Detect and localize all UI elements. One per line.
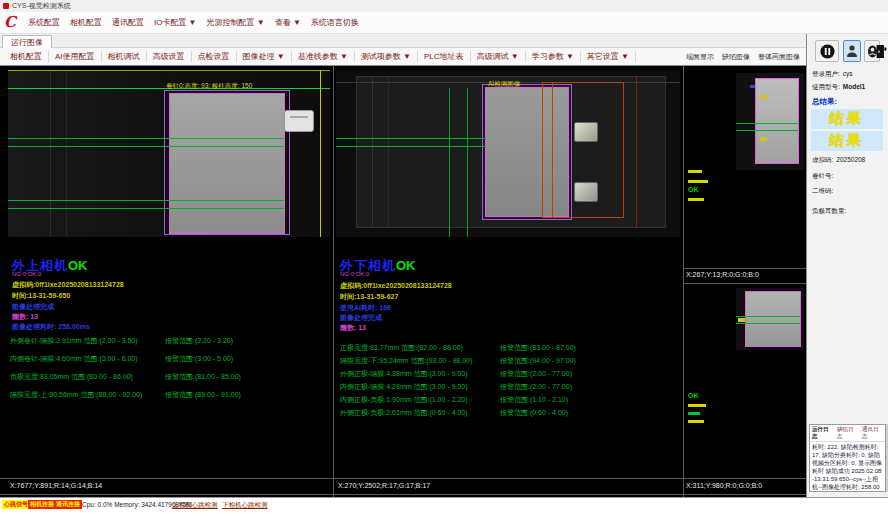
exit-button[interactable]	[875, 40, 888, 62]
roi-cell	[755, 78, 799, 164]
middle-sub-counter: NG:0;OK:0	[340, 271, 369, 277]
left-sub-counter: NG:0;OK:0	[12, 271, 41, 277]
middle-turns: 圈数: 13	[340, 323, 366, 333]
pin-number-label: 卷针号:	[812, 172, 833, 181]
menu-item-light-control-config[interactable]: 光源控制配置 ▼	[207, 17, 265, 28]
measurement-row: 外侧正极-负极:2.61mm 范围:(0.60 - 4.00)	[340, 408, 468, 418]
alarm-range: 报警范围:(2.00 - 77.00)	[500, 382, 572, 392]
annotation-mark	[688, 198, 704, 201]
right-top-ok: OK	[688, 186, 699, 193]
login-user-label: 登录用户:	[812, 70, 840, 79]
measurement-row: 隔膜宽度-下:95.24mm 范围:(93.00 - 98.00)	[340, 356, 472, 366]
right-tab-defect-image[interactable]: 缺陷图像	[722, 52, 750, 62]
right-panel-divider-b	[683, 283, 806, 284]
menu-item-comm-config[interactable]: 通讯配置	[112, 17, 144, 28]
heartbeat-signal-badge: 心跳信号	[2, 500, 30, 509]
middle-ai-time: 使用AI耗时: 166	[340, 303, 391, 313]
qr-code-row: 二维码:	[812, 187, 836, 196]
tab-strip: 运行图像	[0, 34, 806, 48]
frame-edge	[66, 70, 67, 237]
menu-item-system-config[interactable]: 系统配置	[28, 17, 60, 28]
toolbar-other-settings[interactable]: 其它设置 ▼	[581, 51, 636, 62]
log-tabs: 运行日志 缺陷日志 通讯日志	[810, 425, 885, 442]
pause-button[interactable]	[815, 40, 839, 62]
toolbar-camera-config[interactable]: 相机配置	[4, 51, 49, 62]
ai-image-label: AI检测图像	[488, 80, 520, 89]
tab-run-image[interactable]: 运行图像	[2, 35, 52, 48]
log-tab-run[interactable]: 运行日志	[812, 426, 833, 440]
measurement-row: 外侧卷针-隔膜:2.91mm 范围:(2.00 - 3.50)	[10, 336, 138, 346]
login-user-value: cys	[843, 70, 853, 77]
right-bottom-cursor-coords: X:311;Y:980;R:0;G:0;B:0	[686, 482, 762, 489]
pause-icon	[819, 43, 836, 60]
measure-line	[8, 200, 284, 201]
result-box-2: 结果	[811, 131, 883, 151]
edge-line-yellow	[320, 70, 321, 237]
log-tab-defect[interactable]: 缺陷日志	[837, 426, 858, 440]
user-icon	[846, 44, 858, 58]
toolbar-test-item-params[interactable]: 测试项参数 ▼	[355, 51, 418, 62]
virtual-code-value: 20250208	[836, 156, 865, 163]
panel-divider-2	[683, 66, 684, 497]
left-time: 时间:13-31-59-650	[12, 291, 70, 301]
alarm-range: 报警范围:(3.00 - 5.00)	[165, 354, 233, 364]
sidebar: 登录用户: cys 使用型号: Model1 总结果: 结果 结果 虚拟码: 2…	[806, 34, 888, 522]
log-tab-comm[interactable]: 通讯日志	[862, 426, 883, 440]
toolbar-camera-debug[interactable]: 相机调试	[102, 51, 147, 62]
lower-camera-heartbeat-link[interactable]: 下相机心跳检测	[222, 501, 268, 510]
annotation-mark	[688, 420, 704, 423]
toolbar-plc-address-table[interactable]: PLC地址表	[418, 51, 471, 62]
toolbar-learning-params[interactable]: 学习参数 ▼	[526, 51, 581, 62]
middle-done: 图像处理完成	[340, 313, 382, 323]
menubar: C 系统配置 相机配置 通讯配置 IO卡配置 ▼ 光源控制配置 ▼ 查看 ▼ 系…	[0, 12, 888, 34]
right-tab-endface[interactable]: 端面显示	[686, 52, 714, 62]
middle-barcode: 虚拟码:0ff1ixe20250208133124728	[340, 281, 452, 291]
alarm-range: 报警范围:(81.00 - 85.00)	[165, 372, 241, 382]
toolbar-advanced-settings[interactable]: 高级设置	[147, 51, 192, 62]
left-camera-image[interactable]: 卷针0:高度: 93; 极柱高度: 150	[8, 70, 330, 237]
alarm-range: 报警范围:(83.00 - 87.00)	[500, 343, 576, 353]
bright-spot	[574, 122, 598, 142]
bright-spot	[574, 182, 598, 202]
edge-line-red	[636, 76, 637, 228]
right-tab-full-image[interactable]: 整体画面图像	[758, 52, 800, 62]
right-panel-divider-a	[683, 268, 806, 269]
right-top-cursor-coords: X:267;Y:13;R:0;G:0;B:0	[686, 271, 759, 278]
left-cursor-coords: X:7677;Y:891;R:14;G:14;B:14	[10, 482, 102, 489]
gripper	[284, 110, 314, 132]
measure-vline	[467, 88, 468, 237]
roi-cell	[169, 93, 285, 234]
baseline-top	[8, 70, 330, 71]
menu-item-io-card-config[interactable]: IO卡配置 ▼	[154, 17, 197, 28]
menu-item-language-switch[interactable]: 系统语言切换	[311, 17, 359, 28]
menu-item-view[interactable]: 查看 ▼	[275, 17, 301, 28]
alarm-range: 报警范围:(89.00 - 91.00)	[165, 390, 241, 400]
toolbar-baseline-params[interactable]: 基准线参数 ▼	[292, 51, 355, 62]
comm-connect-badge: 通讯连接	[54, 500, 82, 509]
login-user-button[interactable]	[843, 40, 861, 62]
middle-camera-image[interactable]: AI检测图像	[336, 70, 680, 237]
toolbar-spot-check[interactable]: 点检设置	[192, 51, 237, 62]
log-box[interactable]: 运行日志 缺陷日志 通讯日志 耗时: 222, 缺陷检测耗时: 17, 缺陷分类…	[809, 424, 886, 492]
upper-camera-heartbeat-link[interactable]: 上相机心跳检测	[172, 501, 218, 510]
neg-tab-count-row: 负极耳数量:	[812, 207, 849, 216]
toolbar-ai-usage-config[interactable]: AI使用配置	[49, 51, 102, 62]
login-user-row: 登录用户: cys	[812, 70, 853, 79]
pin-number-row: 卷针号:	[812, 172, 836, 181]
defect-mark	[760, 137, 767, 141]
menu-item-camera-config[interactable]: 相机配置	[70, 17, 102, 28]
annotation-mark	[688, 412, 700, 415]
measurement-row: 内侧正极-负极:1.90mm 范围:(1.00 - 2.20)	[340, 395, 468, 405]
right-top-image[interactable]	[736, 73, 804, 170]
measure-line	[336, 138, 486, 139]
measurement-row: 内侧卷针-隔膜:4.60mm 范围:(3.00 - 6.00)	[10, 354, 138, 364]
toolbar-advanced-debug[interactable]: 高级调试 ▼	[471, 51, 526, 62]
right-bottom-image[interactable]	[736, 288, 804, 350]
model-row: 使用型号: Model1	[812, 83, 865, 92]
coord-divider-top	[0, 478, 806, 479]
roi-ai-inner	[552, 82, 553, 218]
total-result-label: 总结果:	[812, 97, 837, 107]
toolbar-image-processing[interactable]: 图像处理 ▼	[237, 51, 292, 62]
app-icon	[3, 3, 9, 9]
machine-frame	[8, 70, 168, 237]
